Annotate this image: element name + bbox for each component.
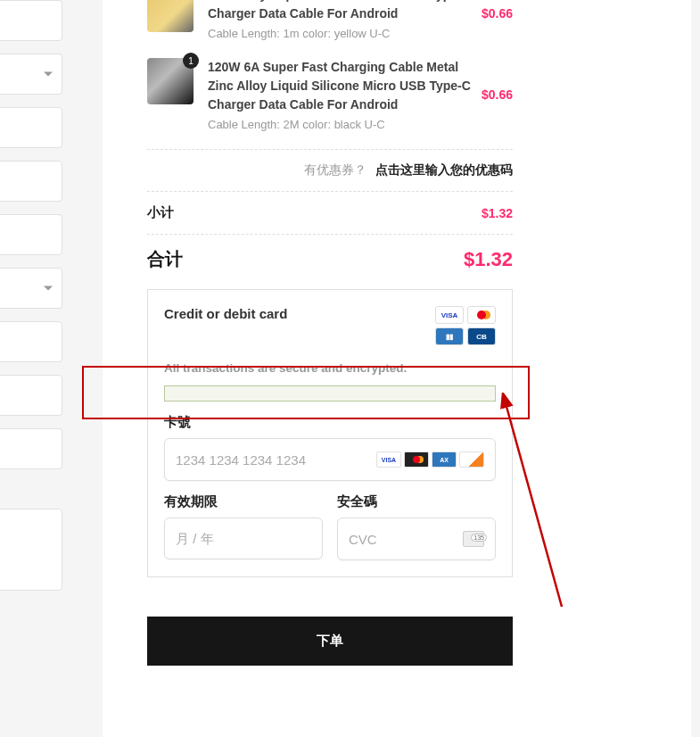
visa-icon: VISA — [376, 451, 401, 468]
payment-method-title: Credit or debit card — [164, 306, 287, 321]
form-field[interactable] — [0, 161, 62, 202]
coupon-row: 有优惠券？ 点击这里输入您的优惠码 — [147, 149, 513, 191]
total-value: $1.32 — [464, 248, 513, 271]
product-thumb: 1 — [147, 58, 194, 104]
qty-badge: 1 — [183, 53, 199, 69]
mastercard-icon — [467, 306, 496, 324]
product-variant: Cable Length: 2M color: black U-C — [208, 118, 471, 131]
product-price: $0.66 — [482, 6, 513, 21]
cart-item: 1 Zinc Alloy Liquid Silicone Micro USB T… — [147, 0, 513, 40]
form-field[interactable] — [0, 321, 62, 362]
form-select[interactable] — [0, 54, 62, 95]
coupon-question: 有优惠券？ — [304, 162, 366, 177]
payment-card-box: Credit or debit card VISA ▮▮ CB All tran… — [147, 289, 513, 577]
subtotal-value: $1.32 — [482, 206, 513, 220]
coupon-link[interactable]: 点击这里输入您的优惠码 — [375, 162, 513, 177]
discover-icon — [459, 451, 484, 468]
product-title: 120W 6A Super Fast Charging Cable Metal … — [208, 58, 471, 114]
product-variant: Cable Length: 1m color: yellow U-C — [208, 27, 471, 40]
total-row: 合计 $1.32 — [147, 234, 513, 284]
card-number-label: 卡號 — [164, 414, 496, 431]
billing-form-column — [0, 0, 62, 603]
accepted-cards: VISA ▮▮ CB — [432, 306, 496, 345]
form-textarea[interactable] — [0, 509, 62, 591]
product-title: Zinc Alloy Liquid Silicone Micro USB Typ… — [208, 0, 471, 23]
form-field[interactable] — [0, 375, 62, 416]
order-summary-panel: 1 Zinc Alloy Liquid Silicone Micro USB T… — [103, 0, 691, 737]
chevron-down-icon — [44, 286, 53, 291]
stripe-iframe-placeholder[interactable] — [164, 385, 496, 402]
visa-icon: VISA — [435, 306, 464, 324]
card-number-input[interactable] — [176, 452, 376, 468]
expiry-input[interactable] — [176, 531, 311, 546]
form-field[interactable] — [0, 107, 62, 148]
expiry-field[interactable] — [164, 518, 323, 559]
card-number-field[interactable]: VISA AX — [164, 438, 496, 481]
amex-icon: AX — [432, 451, 457, 468]
amex-icon: ▮▮ — [435, 327, 464, 345]
cb-icon: CB — [467, 327, 496, 345]
cvc-hint-icon — [463, 531, 484, 547]
cart-item: 1 120W 6A Super Fast Charging Cable Meta… — [147, 58, 513, 131]
subtotal-row: 小计 $1.32 — [147, 191, 513, 234]
total-label: 合计 — [147, 247, 183, 271]
card-brand-hints: VISA AX — [376, 451, 484, 468]
cvc-input[interactable] — [349, 532, 463, 547]
form-select[interactable] — [0, 268, 62, 309]
secure-message: All transactions are secure and encrypte… — [164, 361, 496, 375]
cvc-field[interactable] — [337, 518, 496, 560]
chevron-down-icon — [44, 72, 53, 77]
product-price: $0.66 — [482, 87, 513, 102]
place-order-button[interactable]: 下单 — [147, 617, 513, 666]
product-thumb: 1 — [147, 0, 194, 32]
form-field[interactable] — [0, 428, 62, 469]
form-field[interactable] — [0, 214, 62, 255]
subtotal-label: 小计 — [147, 204, 174, 221]
form-field[interactable] — [0, 0, 62, 41]
cvc-label: 安全碼 — [337, 493, 496, 510]
expiry-label: 有效期限 — [164, 493, 323, 510]
mastercard-icon — [404, 451, 429, 468]
